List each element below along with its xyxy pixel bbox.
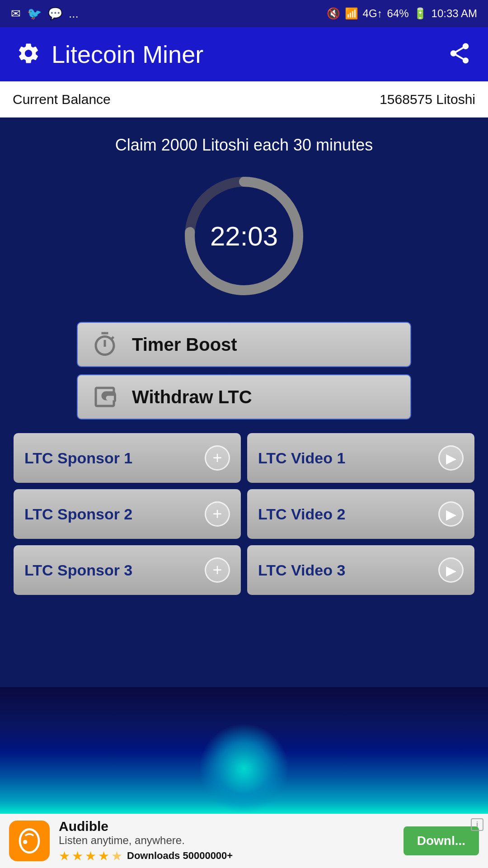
more-icon: ...: [69, 7, 79, 21]
ltc-sponsor-3-label: LTC Sponsor 3: [24, 561, 132, 579]
mail-icon: ✉: [11, 7, 21, 21]
ltc-sponsor-2-label: LTC Sponsor 2: [24, 505, 132, 523]
app-header: Litecoin Miner: [0, 27, 488, 81]
star-1: ★: [59, 849, 70, 863]
add-icon-1: +: [205, 445, 230, 471]
signal-icon: 4G↑: [363, 7, 383, 20]
balance-label: Current Balance: [13, 92, 111, 107]
status-bar: ✉ 🐦 💬 ... 🔇 📶 4G↑ 64% 🔋 10:33 AM: [0, 0, 488, 27]
share-icon[interactable]: [447, 41, 472, 67]
ad-downloads: Downloads 50000000+: [127, 850, 233, 862]
message-icon: 💬: [48, 7, 62, 21]
ad-content: Audible Listen anytime, anywhere. ★ ★ ★ …: [59, 819, 394, 863]
ad-app-icon: [9, 821, 50, 861]
withdraw-ltc-button[interactable]: Withdraw LTC: [77, 374, 411, 420]
ltc-video-3-button[interactable]: LTC Video 3 ▶: [247, 545, 474, 595]
app-title: Litecoin Miner: [52, 40, 203, 68]
ad-subtitle: Listen anytime, anywhere.: [59, 834, 394, 847]
timer-boost-button[interactable]: Timer Boost: [77, 322, 411, 367]
star-3: ★: [85, 849, 96, 863]
withdraw-ltc-label: Withdraw LTC: [132, 387, 252, 407]
timer-display: 22:03: [210, 221, 278, 252]
status-right: 🔇 📶 4G↑ 64% 🔋 10:33 AM: [327, 7, 477, 20]
timer-container: 22:03: [181, 173, 307, 299]
main-content: Claim 2000 Litoshi each 30 minutes 22:03…: [0, 118, 488, 687]
action-buttons: Timer Boost Withdraw LTC: [77, 322, 411, 420]
gear-icon[interactable]: [16, 41, 41, 67]
ad-app-name: Audible: [59, 819, 394, 834]
ltc-video-1-button[interactable]: LTC Video 1 ▶: [247, 433, 474, 483]
star-2: ★: [72, 849, 83, 863]
battery-icon: 🔋: [413, 7, 427, 20]
ltc-video-3-label: LTC Video 3: [258, 561, 345, 579]
play-icon-1: ▶: [438, 445, 464, 471]
header-left: Litecoin Miner: [16, 40, 203, 68]
mute-icon: 🔇: [327, 7, 340, 20]
add-icon-3: +: [205, 557, 230, 583]
status-left: ✉ 🐦 💬 ...: [11, 7, 79, 21]
ltc-video-2-label: LTC Video 2: [258, 505, 345, 523]
twitter-icon: 🐦: [27, 7, 42, 21]
ltc-sponsor-1-button[interactable]: LTC Sponsor 1 +: [14, 433, 241, 483]
ltc-sponsor-3-button[interactable]: LTC Sponsor 3 +: [14, 545, 241, 595]
clock: 10:33 AM: [432, 7, 477, 20]
wallet-icon: [91, 383, 118, 410]
background-visual: [0, 687, 488, 814]
star-4: ★: [98, 849, 109, 863]
balance-bar: Current Balance 1568575 Litoshi: [0, 81, 488, 118]
wifi-icon: 📶: [345, 7, 358, 20]
add-icon-2: +: [205, 501, 230, 527]
ltc-sponsor-2-button[interactable]: LTC Sponsor 2 +: [14, 489, 241, 539]
ad-stars: ★ ★ ★ ★ ★ Downloads 50000000+: [59, 849, 394, 863]
claim-text: Claim 2000 Litoshi each 30 minutes: [115, 136, 373, 155]
ad-download-button[interactable]: Downl...: [404, 826, 479, 855]
ltc-video-1-label: LTC Video 1: [258, 449, 345, 467]
svg-point-4: [23, 840, 27, 844]
star-half: ★: [111, 849, 122, 863]
balance-value: 1568575 Litoshi: [380, 92, 475, 107]
ltc-sponsor-1-label: LTC Sponsor 1: [24, 449, 132, 467]
timer-icon: [91, 331, 118, 358]
play-icon-2: ▶: [438, 501, 464, 527]
ad-banner: Audible Listen anytime, anywhere. ★ ★ ★ …: [0, 814, 488, 868]
play-icon-3: ▶: [438, 557, 464, 583]
grid-buttons: LTC Sponsor 1 + LTC Video 1 ▶ LTC Sponso…: [14, 433, 474, 595]
ltc-video-2-button[interactable]: LTC Video 2 ▶: [247, 489, 474, 539]
timer-boost-label: Timer Boost: [132, 335, 237, 355]
ad-info-icon: i: [471, 818, 483, 831]
battery-level: 64%: [387, 7, 409, 20]
